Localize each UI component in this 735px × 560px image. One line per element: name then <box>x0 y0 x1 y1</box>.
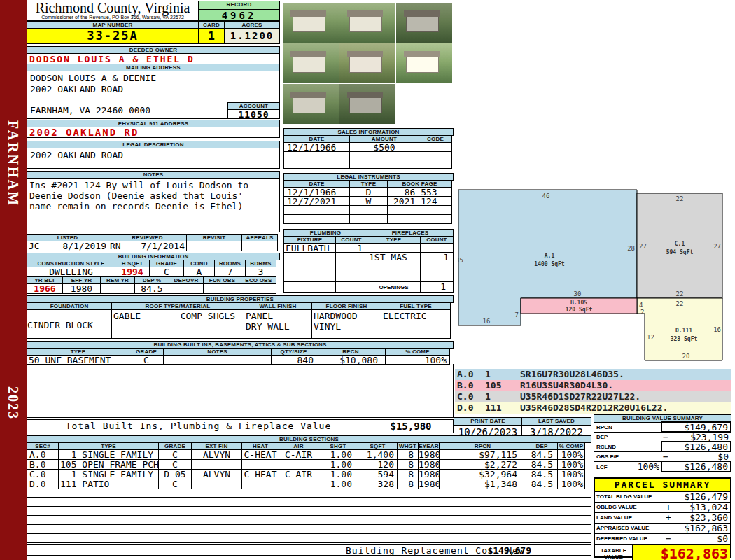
bs-heat <box>241 459 279 470</box>
roof-material: COMP SHGLS <box>181 310 244 338</box>
record-box: RECORD 4962 <box>198 1 280 21</box>
bs-type: 111 PATIO <box>58 479 159 489</box>
section-d-sqft: 328 SqFt <box>671 336 698 342</box>
property-photo[interactable] <box>283 84 339 124</box>
dim-a-bottom: 16 <box>483 318 491 325</box>
dim-c-left: 27 <box>639 243 647 250</box>
dim-b-right-top: 4 <box>639 302 643 309</box>
sale-code <box>419 160 452 169</box>
bs-shgt: 1.00 <box>318 469 358 479</box>
li-date <box>284 214 350 224</box>
bs-sec: A.0 <box>27 449 59 460</box>
property-photo[interactable] <box>340 84 396 124</box>
bs-type: 105 OPEN FRAME PCH <box>58 459 159 470</box>
fixture-count <box>335 281 368 293</box>
fireplace-openings-row: OPENINGS 1 <box>367 281 454 293</box>
bvs-value: $149,679 <box>684 423 730 431</box>
dim-a-step: 7 <box>515 312 519 318</box>
grade: C <box>149 267 184 277</box>
wall-finish-2: DRY WALL <box>244 321 312 332</box>
bs-eyear: 1980 <box>418 449 440 460</box>
bvs-label: OBS F/E <box>594 451 662 462</box>
property-photo[interactable] <box>340 43 396 83</box>
depovr <box>169 284 204 294</box>
property-photo[interactable] <box>340 3 396 43</box>
building-section-row: B.0 105 OPEN FRAME PCH C 1.00 120 8 1980… <box>27 459 592 470</box>
fixture <box>284 252 336 262</box>
openings-label: OPENINGS <box>367 281 421 293</box>
card-number: 1 <box>198 28 225 44</box>
floor-finish-1: HARDWOOD <box>312 310 381 321</box>
parcel-value: $0 <box>717 534 730 544</box>
mailing-line-1: DODSON LOUIS A & DEENIE <box>27 71 279 84</box>
notes-line-1: Ins #2021-124 By will of Louis Dodson to <box>27 178 279 190</box>
vector-num: 1 <box>485 369 520 380</box>
sale-code <box>419 142 452 152</box>
li-book: 2021 124 <box>387 196 452 206</box>
taxable-value: $162,863 <box>633 545 730 560</box>
bs-rpcn: $2,272 <box>439 459 526 470</box>
built-ins-empty-area <box>27 364 454 418</box>
parcel-label: DEFERRED VALUE <box>595 534 664 544</box>
legal-instrument-row: 12/1/1966 D 86 553 <box>284 187 454 197</box>
revisit-value <box>186 241 242 251</box>
bs-heat <box>241 479 279 489</box>
fixture <box>284 272 336 282</box>
bs-comp: 100% <box>557 469 585 479</box>
built-in-qty: 840 <box>271 355 316 365</box>
plumbing-row <box>284 272 368 282</box>
bvs-value: $126,480 <box>684 462 730 471</box>
bs-dep: 84.5 <box>526 479 558 489</box>
openings-count: 1 <box>420 281 454 293</box>
building-section-row: D.0 111 PATIO C 1.00 328 8 1980 $1,348 8… <box>27 479 592 489</box>
parcel-summary: PARCEL SUMMARY TOTAL BLDG VALUE $126,479… <box>594 477 732 558</box>
bs-dep: 84.5 <box>526 469 558 479</box>
plumbing-row <box>284 252 368 262</box>
vector-sec: B.0 <box>455 380 485 391</box>
taxable-label-2: VALUE <box>595 554 632 560</box>
sale-date: 12/1/1966 <box>284 142 350 152</box>
sales-row <box>284 160 454 169</box>
bs-sqft: 120 <box>358 459 398 470</box>
dim-a-bottom-inner: 30 <box>574 290 582 298</box>
property-photo[interactable] <box>396 3 452 43</box>
vector-row: D.0 111 U35R46D28SD4R2D12R20U16L22. <box>455 402 732 414</box>
vector-row: C.0 1 U35R46D1SD27R22U27L22. <box>455 391 732 402</box>
fireplace-row <box>367 262 454 272</box>
vector-sec: A.0 <box>455 369 485 380</box>
parcel-value: $162,863 <box>684 524 730 533</box>
parcel-label: OBLDG VALUE <box>595 503 664 512</box>
roof-type: GABLE <box>112 310 141 338</box>
bs-eyear: 1980 <box>418 479 440 489</box>
bvs-value: $126,480 <box>684 442 730 451</box>
rooms: 7 <box>214 267 246 277</box>
li-type: W <box>349 196 388 206</box>
ecoobs <box>241 284 276 294</box>
section-a-sqft: 1400 SqFt <box>534 261 565 267</box>
fireplace-type <box>367 243 421 253</box>
parcel-sign: + <box>664 503 671 512</box>
legal-description: 2002 OAKLAND ROAD <box>27 148 280 169</box>
fireplace-count <box>420 243 454 253</box>
dim-d-right: 16 <box>713 326 721 333</box>
building-info-values-1: DWELLING 1994 C A 7 3 <box>27 267 280 277</box>
parcel-sign: − <box>664 534 671 544</box>
bs-extfin: ALVYN <box>191 469 242 479</box>
dim-a-left: 35 <box>456 257 463 264</box>
section-b-name: B.105 <box>570 300 587 306</box>
building-section-row: C.0 1 SINGLE FAMILY D-05 ALVYN C-HEAT C-… <box>27 469 592 479</box>
bs-heat: C-HEAT <box>241 469 279 479</box>
visits-value-row: JC 8/1/2019 RN 7/1/2014 <box>27 241 280 251</box>
section-a-name: A.1 <box>545 253 555 259</box>
bvs-sign <box>662 423 664 431</box>
bvs-row: LCF 100% $126,480 <box>594 461 732 472</box>
bs-air: C-AIR <box>279 449 318 460</box>
property-photo[interactable] <box>283 3 339 43</box>
bs-type: 1 SINGLE FAMILY <box>58 449 159 460</box>
property-photo[interactable] <box>283 43 339 83</box>
wall-finish-1: PANEL <box>244 310 312 321</box>
property-photo[interactable] <box>396 43 452 83</box>
legal-instrument-row: 12/7/2021 W 2021 124 <box>284 196 454 206</box>
dep-pct: 84.5 <box>134 284 169 294</box>
fireplace-row <box>367 272 454 282</box>
